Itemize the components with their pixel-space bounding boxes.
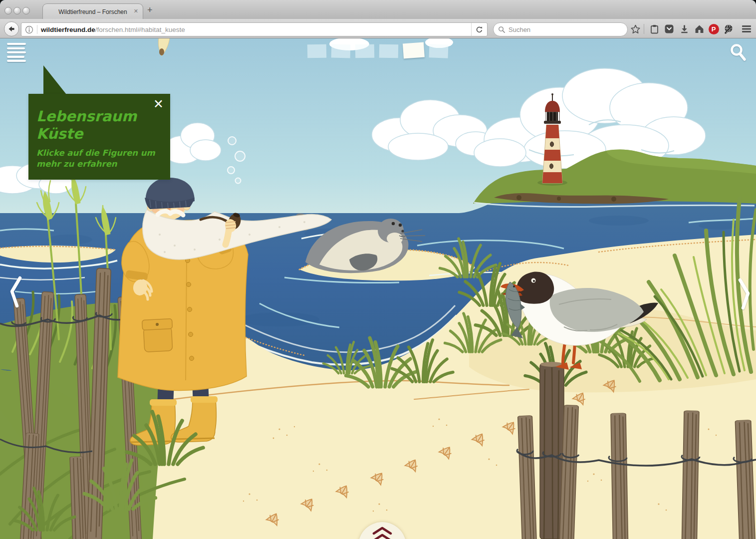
browser-chrome: Wildtierfreund – Forschen ✕ + wildtierfr…	[0, 0, 756, 38]
home-icon	[695, 24, 704, 33]
bubble-title: Lebensraum Küste	[36, 108, 162, 143]
url-bar[interactable]: wildtierfreund.de/forschen.html#habitat_…	[21, 22, 488, 36]
site-info-icon[interactable]	[25, 25, 33, 34]
minimize-window-button[interactable]	[13, 7, 21, 14]
url-domain: wildtierfreund.de	[41, 26, 95, 33]
flying-bird-body	[159, 48, 164, 55]
close-window-button[interactable]	[4, 7, 12, 14]
pinterest-icon: P	[709, 24, 719, 34]
toolbar-divider	[644, 24, 644, 34]
chevron-left-icon	[8, 275, 23, 308]
page-search-icon	[729, 43, 747, 62]
pinterest-button[interactable]: P	[708, 23, 719, 34]
menu-bar-line	[7, 51, 26, 53]
reload-icon	[476, 26, 483, 33]
bubble-body-text: Klicke auf die Figuren um mehr zu erfahr…	[36, 148, 156, 170]
tab-title: Wildtierfreund – Forschen	[58, 8, 127, 15]
menu-bar-line	[7, 60, 26, 62]
speech-bubble: ✕ Lebensraum Küste Klicke auf die Figure…	[28, 94, 170, 180]
slide-dot-5-active[interactable]	[403, 42, 425, 59]
url-divider	[37, 25, 37, 34]
scroll-up-button[interactable]	[358, 522, 406, 539]
download-icon	[680, 24, 689, 33]
search-bar[interactable]: Suchen	[493, 22, 628, 36]
menu-bar-line	[7, 56, 24, 58]
pocket-button[interactable]	[664, 23, 675, 34]
clipboard-button[interactable]	[649, 23, 660, 34]
coast-scene	[0, 0, 756, 539]
previous-slide-button[interactable]	[8, 275, 23, 310]
slide-dot-2[interactable]	[331, 44, 351, 58]
menu-bar-line	[7, 47, 25, 49]
title-bar: Wildtierfreund – Forschen ✕ +	[0, 0, 756, 19]
page-search-button[interactable]	[729, 43, 747, 64]
double-chevron-up-icon	[369, 526, 395, 539]
tab-close-icon[interactable]: ✕	[134, 8, 138, 14]
slide-dot-1[interactable]	[307, 44, 326, 58]
chevron-right-icon	[737, 277, 752, 310]
next-slide-button[interactable]	[737, 277, 752, 312]
speech-bubble-tail	[43, 65, 66, 94]
bubble-close-button[interactable]: ✕	[153, 98, 164, 110]
back-arrow-icon	[7, 24, 16, 33]
globe-edit-button[interactable]	[723, 23, 734, 34]
back-button[interactable]	[4, 21, 19, 36]
globe-pencil-icon	[724, 24, 734, 34]
search-placeholder: Suchen	[508, 26, 530, 33]
bookmark-star-button[interactable]	[630, 23, 641, 34]
menu-button[interactable]	[741, 23, 752, 34]
slide-dot-6[interactable]	[429, 44, 449, 58]
slide-dot-3[interactable]	[355, 44, 374, 58]
star-icon	[631, 24, 640, 34]
menu-icon	[742, 25, 752, 33]
page-menu-button[interactable]	[7, 43, 26, 64]
slide-dot-4[interactable]	[379, 44, 398, 58]
browser-window: Wildtierfreund – Forschen ✕ + wildtierfr…	[0, 0, 756, 539]
downloads-button[interactable]	[679, 23, 690, 34]
menu-bar-line	[7, 43, 26, 45]
slide-dots	[307, 43, 453, 58]
search-icon	[498, 26, 505, 33]
clipboard-icon	[650, 24, 659, 34]
browser-tab[interactable]: Wildtierfreund – Forschen ✕	[42, 3, 143, 19]
new-tab-button[interactable]: +	[147, 5, 153, 15]
url-path: /forschen.html#habitat_kueste	[95, 26, 185, 33]
pocket-icon	[665, 24, 674, 33]
zoom-window-button[interactable]	[22, 7, 30, 14]
home-button[interactable]	[694, 23, 705, 34]
reload-button[interactable]	[471, 23, 487, 36]
